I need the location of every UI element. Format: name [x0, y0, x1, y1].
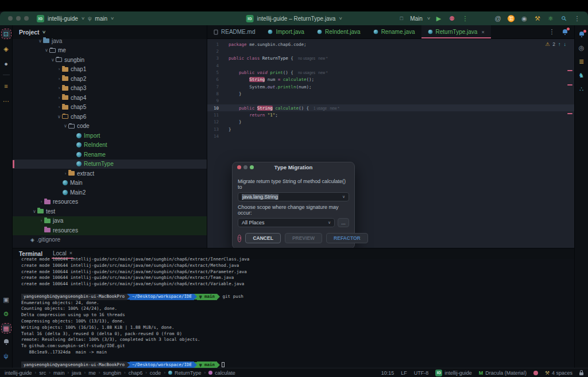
search-everywhere-icon[interactable]: ⚲: [558, 13, 570, 24]
close-icon[interactable]: ×: [481, 29, 484, 35]
run-button[interactable]: ▶: [435, 14, 443, 22]
run-more-icon[interactable]: ⋮: [461, 14, 469, 22]
ai-assistant-icon[interactable]: @: [494, 14, 502, 22]
breadcrumb-item-intellij-guide[interactable]: intellij-guide: [5, 370, 32, 376]
readonly-lock-icon[interactable]: [579, 371, 583, 375]
tree-item-.gitignore[interactable]: ◈.gitignore: [13, 235, 207, 245]
editor-tab-README.md[interactable]: README.md: [207, 25, 261, 38]
tree-item-chap5[interactable]: ›chap5: [13, 103, 207, 112]
code-line[interactable]: 4: [207, 62, 574, 69]
chevron-right-icon[interactable]: ›: [56, 67, 62, 72]
project-panel-title[interactable]: Project: [19, 29, 40, 36]
breadcrumb-item-sungbin[interactable]: sungbin: [103, 370, 121, 376]
notifications-bell-icon[interactable]: [562, 29, 568, 36]
cancel-button[interactable]: CANCEL: [245, 233, 280, 243]
ai-chat-icon[interactable]: ◎: [578, 44, 586, 52]
tree-item-test[interactable]: ∨test: [13, 207, 207, 216]
project-name-menu[interactable]: intellij-guide: [48, 15, 78, 22]
code-line[interactable]: 9: [207, 98, 574, 104]
services-tool-icon[interactable]: ⚙: [2, 310, 10, 318]
code-line[interactable]: 12 }: [207, 119, 574, 126]
tree-item-chap3[interactable]: ›chap3: [13, 84, 207, 94]
database-icon[interactable]: ≣: [578, 57, 586, 65]
tree-item-java[interactable]: ∨java: [13, 36, 207, 46]
editor-tab-Rename.java[interactable]: Rename.java: [367, 25, 421, 38]
tree-item-chap2[interactable]: ›chap2: [13, 74, 207, 84]
profiler-icon[interactable]: ◉: [520, 14, 528, 22]
chevron-right-icon[interactable]: ›: [56, 104, 62, 110]
code-line[interactable]: 13}: [207, 126, 574, 133]
refactor-button[interactable]: REFACTOR: [326, 233, 368, 243]
line-ending-widget[interactable]: LF: [401, 370, 407, 376]
caret-position-widget[interactable]: 10:15: [381, 370, 394, 376]
code-line[interactable]: 5 public void print() {no usages new *: [207, 69, 574, 76]
editor-tab-ReIndent.java[interactable]: ReIndent.java: [311, 25, 367, 38]
tree-item-code[interactable]: ∨code: [13, 122, 207, 131]
breadcrumb-item-java[interactable]: java: [72, 370, 82, 376]
chevron-right-icon[interactable]: ›: [56, 95, 62, 100]
window-minimize-button[interactable]: [16, 16, 21, 21]
code-line[interactable]: 14: [207, 133, 574, 139]
editor-tab-Import.java[interactable]: Import.java: [261, 25, 310, 38]
chevron-down-icon[interactable]: ∨: [32, 209, 37, 214]
tree-item-chap1[interactable]: ›chap1: [13, 65, 207, 75]
breadcrumb-item-code[interactable]: code: [150, 370, 161, 376]
scope-more-button[interactable]: ...: [338, 218, 349, 227]
branch-menu[interactable]: main: [95, 15, 107, 22]
dependencies-icon[interactable]: ∴: [578, 85, 586, 93]
close-icon[interactable]: ×: [69, 250, 72, 256]
git-tool-icon[interactable]: ψ: [2, 352, 10, 360]
breadcrumb-item-ReturnType[interactable]: ReturnType: [168, 370, 202, 376]
help-button[interactable]: ?: [238, 235, 241, 242]
tree-item-Main2[interactable]: Main2: [13, 188, 207, 197]
encoding-widget[interactable]: UTF-8: [414, 370, 429, 376]
terminal-output[interactable]: create mode 100644 intellij-guide/src/ma…: [13, 256, 574, 368]
chevron-right-icon[interactable]: ›: [38, 199, 44, 204]
build-tools-icon[interactable]: ⚒: [533, 14, 541, 22]
chevron-right-icon[interactable]: ›: [38, 218, 44, 223]
run-config-selector[interactable]: Main: [410, 15, 423, 22]
chevron-down-icon[interactable]: ∨: [44, 48, 49, 53]
breadcrumb-item-main[interactable]: main: [53, 370, 65, 376]
chevron-right-icon[interactable]: ›: [56, 85, 62, 91]
next-warning-icon[interactable]: ↓: [564, 41, 567, 47]
scope-combobox[interactable]: All Places ∨: [238, 218, 335, 227]
chevron-down-icon[interactable]: ∨: [63, 123, 68, 129]
breadcrumb-item-chap6[interactable]: chap6: [129, 370, 143, 376]
code-line[interactable]: 7 System.out.println(num);: [207, 83, 574, 90]
terminal-panel-title[interactable]: Terminal: [19, 251, 42, 257]
chevron-down-icon[interactable]: ∨: [50, 57, 56, 63]
tree-item-chap4[interactable]: ›chap4: [13, 93, 207, 103]
tab-options-icon[interactable]: ⋮: [548, 28, 556, 36]
breadcrumb-item-calculate[interactable]: calculate: [208, 370, 235, 376]
tree-item-Main[interactable]: Main: [13, 178, 207, 188]
prev-warning-icon[interactable]: ↑: [558, 41, 561, 47]
github-icon[interactable]: ●: [2, 60, 10, 68]
tree-item-extract[interactable]: ›extract: [13, 169, 207, 178]
code-editor[interactable]: 1package me.sungbin.chap6.code;23public …: [207, 39, 574, 248]
structure-tool-icon[interactable]: ≡: [2, 82, 10, 90]
commit-tool-icon[interactable]: ◈: [2, 45, 10, 53]
tree-item-ReIndent[interactable]: ReIndent: [13, 141, 207, 150]
indent-widget[interactable]: ⚒4 spaces: [545, 370, 572, 376]
code-with-me-icon[interactable]: ♊: [507, 14, 515, 22]
tree-item-Import[interactable]: Import: [13, 131, 207, 141]
code-line[interactable]: 3public class ReturnType {no usages new …: [207, 55, 574, 62]
tree-item-java[interactable]: ›java: [13, 216, 207, 226]
more-menu-icon[interactable]: ⋮: [573, 14, 581, 22]
run-tool-icon[interactable]: ▣: [2, 296, 10, 304]
more-tools-icon[interactable]: ⋯: [2, 97, 10, 105]
problems-tool-icon[interactable]: [3, 339, 10, 345]
tree-item-sungbin[interactable]: ∨sungbin: [13, 55, 207, 65]
chevron-right-icon[interactable]: ›: [63, 171, 68, 176]
breadcrumb-item-me[interactable]: me: [88, 370, 96, 376]
tree-item-Rename[interactable]: Rename: [13, 150, 207, 160]
tree-item-resources[interactable]: ›resources: [13, 197, 207, 207]
code-line[interactable]: 10 public String calculate() {1 usage ne…: [207, 104, 574, 111]
gradle-icon[interactable]: ♞: [578, 71, 586, 79]
tree-item-me[interactable]: ∨me: [13, 46, 207, 56]
tree-item-chap6[interactable]: ∨chap6: [13, 112, 207, 122]
window-close-button[interactable]: [8, 16, 13, 21]
code-line[interactable]: 8 }: [207, 90, 574, 97]
inspections-widget[interactable]: ⚠ 2 ↑ ↓: [545, 41, 566, 47]
